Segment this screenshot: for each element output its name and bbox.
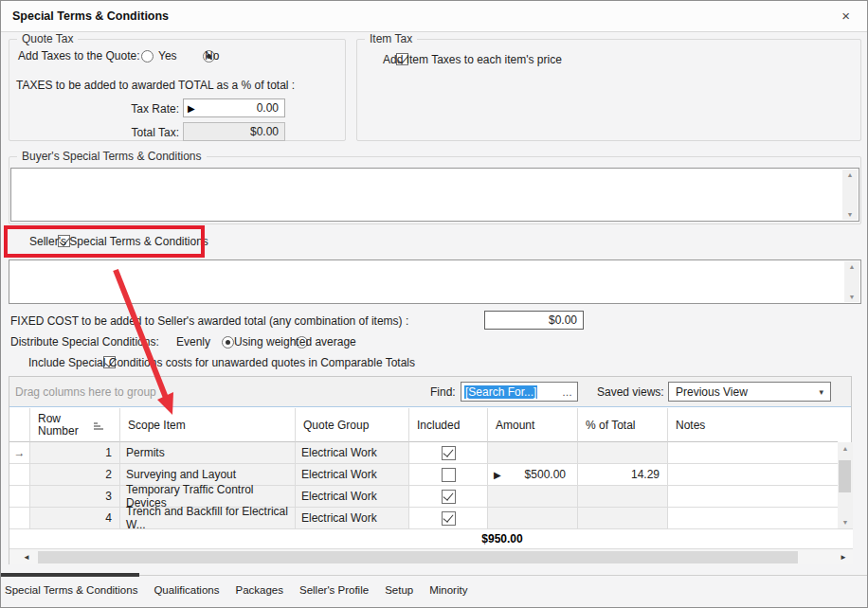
dialog-titlebar: Special Terms & Conditions × <box>1 1 867 32</box>
active-tab-indicator <box>1 573 139 577</box>
close-icon[interactable]: × <box>841 8 850 24</box>
cell-quote-group[interactable]: Electrical Work <box>296 464 409 486</box>
horizontal-scroll-thumb[interactable] <box>38 551 798 563</box>
distribute-weighted-label[interactable]: Using weighted average <box>234 335 356 349</box>
header-indicator-cell <box>9 408 30 442</box>
quote-tax-yes-radio[interactable] <box>141 50 154 63</box>
cell-included[interactable] <box>409 442 488 464</box>
tab-setup[interactable]: Setup <box>385 584 413 596</box>
fixed-cost-field[interactable]: $0.00 <box>484 311 584 330</box>
header-amount[interactable]: Amount <box>488 408 578 442</box>
header-quote-group[interactable]: Quote Group <box>296 408 409 442</box>
vertical-scroll-thumb[interactable] <box>839 460 851 492</box>
taxes-note-label: TAXES to be added to awarded TOTAL as a … <box>16 79 295 92</box>
cell-included[interactable] <box>409 486 488 508</box>
quote-tax-group-label: Quote Tax <box>17 32 78 45</box>
row-indicator-cell <box>9 486 30 508</box>
saved-views-label: Saved views: <box>597 385 664 399</box>
saved-views-value: Previous View <box>669 385 748 399</box>
tab-qualifications[interactable]: Qualifications <box>154 584 219 596</box>
cell-amount[interactable] <box>488 508 578 529</box>
scroll-up-icon[interactable]: ▲ <box>842 171 858 178</box>
scope-items-grid: Drag columns here to group Find: [Search… <box>9 376 852 564</box>
row-indicator-cell <box>9 508 30 529</box>
cell-row-number[interactable]: 3 <box>30 486 120 508</box>
distribute-evenly-label[interactable]: Evenly <box>176 335 210 349</box>
bottom-tab-bar: Special Terms & Conditions Qualification… <box>5 584 467 596</box>
cell-quote-group[interactable]: Electrical Work <box>296 508 409 529</box>
ellipsis-icon[interactable]: … <box>562 386 577 398</box>
distribute-evenly-radio[interactable] <box>222 336 234 349</box>
cell-amount[interactable]: ▶ $500.00 <box>488 464 578 486</box>
add-taxes-label: Add Taxes to the Quote: <box>18 49 140 63</box>
cell-row-number[interactable]: 1 <box>30 442 120 464</box>
cell-pct-total[interactable] <box>578 442 668 464</box>
tab-special-terms[interactable]: Special Terms & Conditions <box>5 584 137 596</box>
fixed-cost-label: FIXED COST to be added to Seller's award… <box>10 314 408 328</box>
cell-notes[interactable] <box>668 464 838 486</box>
cell-pct-total[interactable] <box>578 486 668 508</box>
cell-scope-item[interactable]: Permits <box>120 442 296 464</box>
cell-amount[interactable] <box>488 486 578 508</box>
include-costs-label[interactable]: Include Special Conditions costs for una… <box>28 356 415 369</box>
item-tax-group-label: Item Tax <box>365 32 417 45</box>
cell-included[interactable] <box>409 508 488 529</box>
cell-scope-item[interactable]: Trench and Backfill for Electrical W... <box>120 508 296 529</box>
scroll-down-icon[interactable]: ▼ <box>844 294 859 300</box>
grid-group-panel[interactable]: Drag columns here to group Find: [Search… <box>9 377 851 407</box>
scroll-right-icon[interactable]: ► <box>836 550 851 564</box>
tax-rate-label: Tax Rate: <box>96 102 179 116</box>
row-indicator-cell <box>9 464 30 486</box>
included-checkbox[interactable] <box>442 468 456 482</box>
header-scope-item[interactable]: Scope Item <box>120 408 296 442</box>
seller-terms-scrollbar[interactable]: ▲ ▼ <box>844 261 859 302</box>
cell-pct-total[interactable] <box>578 508 668 529</box>
cell-amount[interactable] <box>488 442 578 464</box>
included-checkbox[interactable] <box>442 511 456 526</box>
cell-included[interactable] <box>409 464 488 486</box>
grid-vertical-scrollbar[interactable]: ▲ ▼ <box>838 442 853 529</box>
header-pct-total[interactable]: % of Total <box>578 408 668 442</box>
dialog-title: Special Terms & Conditions <box>12 9 169 23</box>
find-input[interactable]: [Search For...] … <box>461 382 578 402</box>
scroll-left-icon[interactable]: ◄ <box>19 550 34 564</box>
quote-tax-no-label[interactable]: No <box>205 49 219 63</box>
cell-row-number[interactable]: 2 <box>30 464 120 486</box>
cell-quote-group[interactable]: Electrical Work <box>296 486 409 508</box>
cell-notes[interactable] <box>668 486 838 508</box>
scroll-up-icon[interactable]: ▲ <box>844 263 859 270</box>
quote-tax-yes-label[interactable]: Yes <box>158 49 177 63</box>
scroll-up-icon[interactable]: ▲ <box>838 445 853 452</box>
saved-views-dropdown[interactable]: Previous View ▾ <box>668 382 831 402</box>
grid-horizontal-scrollbar[interactable]: ◄ ► <box>9 548 853 564</box>
cell-pct-total[interactable]: 14.29 <box>578 464 668 486</box>
buyer-terms-textarea[interactable]: ▲ ▼ <box>10 168 859 222</box>
buyer-terms-group-label: Buyer's Special Terms & Conditions <box>17 150 207 163</box>
cell-quote-group[interactable]: Electrical Work <box>296 442 409 464</box>
included-checkbox[interactable] <box>442 490 456 504</box>
total-tax-field: $0.00 <box>183 122 285 141</box>
cell-row-number[interactable]: 4 <box>30 508 120 529</box>
scroll-down-icon[interactable]: ▼ <box>838 519 853 526</box>
table-row[interactable]: → 1 Permits Electrical Work <box>9 442 838 464</box>
cell-notes[interactable] <box>668 508 838 529</box>
table-row[interactable]: 4 Trench and Backfill for Electrical W..… <box>9 508 838 529</box>
included-checkbox[interactable] <box>442 446 456 460</box>
scroll-down-icon[interactable]: ▼ <box>842 211 858 218</box>
header-included[interactable]: Included <box>409 408 488 442</box>
group-hint: Drag columns here to group <box>15 385 156 399</box>
tab-packages[interactable]: Packages <box>235 584 283 596</box>
cell-notes[interactable] <box>668 442 838 464</box>
header-row-number-label: Row Number <box>38 413 83 438</box>
tax-rate-field[interactable]: ▶ 0.00 <box>183 98 285 117</box>
seller-terms-textarea[interactable]: ▲ ▼ <box>9 259 861 304</box>
row-indicator-icon: → <box>9 442 30 464</box>
tab-sellers-profile[interactable]: Seller's Profile <box>299 584 369 596</box>
find-label: Find: <box>430 385 456 399</box>
distribute-label: Distribute Special Conditions: <box>10 335 159 349</box>
tab-minority[interactable]: Minority <box>429 584 467 596</box>
item-tax-checkbox-label[interactable]: Add Item Taxes to each item's price <box>383 53 562 66</box>
buyer-terms-scrollbar[interactable]: ▲ ▼ <box>842 170 858 220</box>
header-row-number[interactable]: Row Number <box>30 408 120 442</box>
header-notes[interactable]: Notes <box>668 408 838 442</box>
